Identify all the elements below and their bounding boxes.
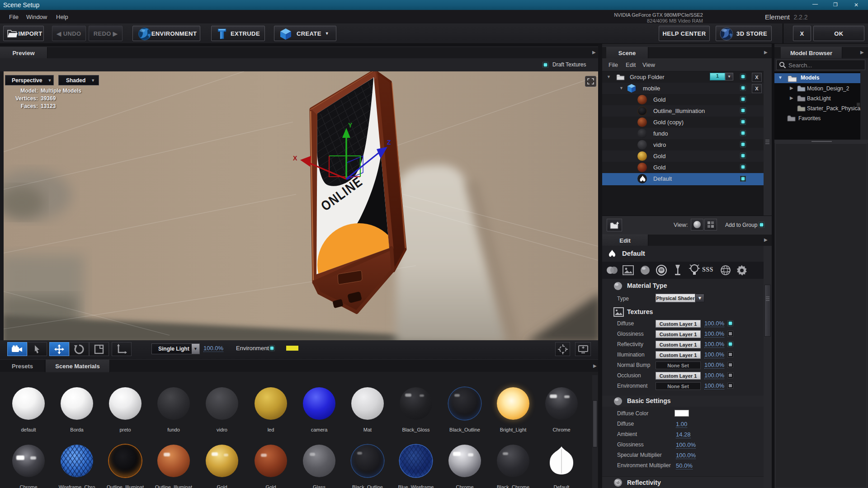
svg-text:Y: Y (348, 122, 353, 129)
svg-text:X: X (293, 155, 297, 162)
svg-text:Z: Z (387, 139, 391, 146)
